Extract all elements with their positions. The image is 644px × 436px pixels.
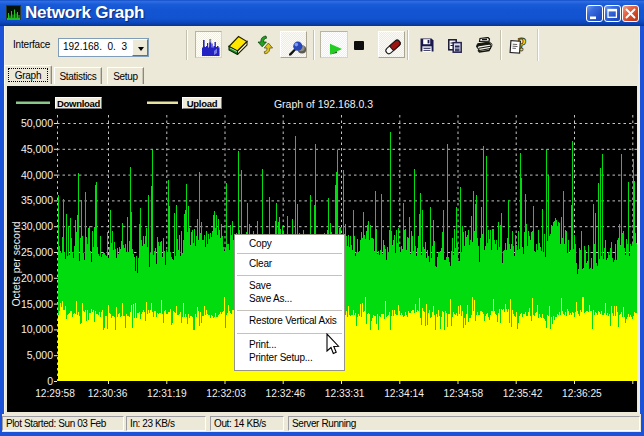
- svg-text:12:32:03: 12:32:03: [206, 388, 246, 399]
- svg-text:Octets per second: Octets per second: [10, 221, 22, 306]
- svg-text:12:35:42: 12:35:42: [503, 388, 543, 399]
- svg-text:0: 0: [47, 375, 53, 387]
- svg-text:12:36:25: 12:36:25: [562, 388, 602, 399]
- svg-text:12:31:19: 12:31:19: [147, 388, 187, 399]
- svg-text:10,000: 10,000: [21, 323, 53, 335]
- svg-text:30,000: 30,000: [21, 220, 53, 232]
- svg-text:Graph of 192.168.0.3: Graph of 192.168.0.3: [274, 98, 373, 110]
- svg-text:20,000: 20,000: [21, 272, 53, 284]
- svg-text:?: ?: [517, 35, 527, 54]
- svg-text:40,000: 40,000: [21, 169, 53, 181]
- svg-text:12:32:46: 12:32:46: [266, 388, 306, 399]
- svg-text:25,000: 25,000: [21, 246, 53, 258]
- svg-text:5,000: 5,000: [27, 349, 53, 361]
- svg-text:12:34:14: 12:34:14: [384, 388, 424, 399]
- svg-text:50,000: 50,000: [21, 117, 53, 129]
- svg-text:45,000: 45,000: [21, 143, 53, 155]
- svg-text:12:29:58: 12:29:58: [35, 388, 75, 399]
- svg-text:35,000: 35,000: [21, 194, 53, 206]
- svg-text:15,000: 15,000: [21, 298, 53, 310]
- svg-text:12:30:36: 12:30:36: [88, 388, 128, 399]
- svg-text:12:33:31: 12:33:31: [325, 388, 365, 399]
- svg-text:12:34:58: 12:34:58: [443, 388, 483, 399]
